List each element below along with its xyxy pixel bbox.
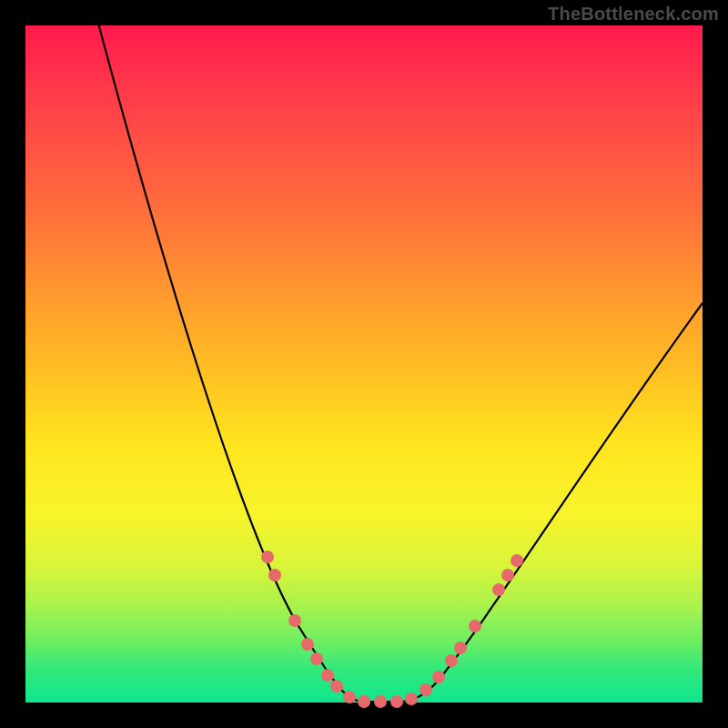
marker-dot (492, 583, 505, 596)
marker-dot (501, 569, 514, 581)
marker-dot (301, 638, 314, 651)
marker-dot (432, 671, 445, 683)
marker-dot (405, 693, 418, 705)
marker-dot (374, 695, 387, 708)
chart-frame: TheBottleneck.com (0, 0, 728, 728)
marker-dot (358, 695, 370, 708)
marker-dot (511, 554, 523, 567)
marker-dot (454, 642, 467, 654)
plot-area (25, 25, 703, 703)
marker-dot (420, 683, 432, 696)
marker-dot (321, 669, 334, 682)
marker-dot (268, 569, 281, 581)
marker-dot (288, 614, 301, 627)
marker-dot (445, 654, 458, 667)
watermark-text: TheBottleneck.com (548, 4, 719, 25)
curve-svg (25, 25, 703, 703)
marker-dot (330, 680, 343, 693)
marker-dot (343, 691, 356, 703)
marker-dot (261, 551, 274, 563)
curve-right (400, 303, 703, 702)
marker-dot (310, 652, 323, 665)
marker-dot (390, 695, 403, 708)
marker-dot (469, 620, 481, 632)
curve-left (96, 16, 364, 702)
